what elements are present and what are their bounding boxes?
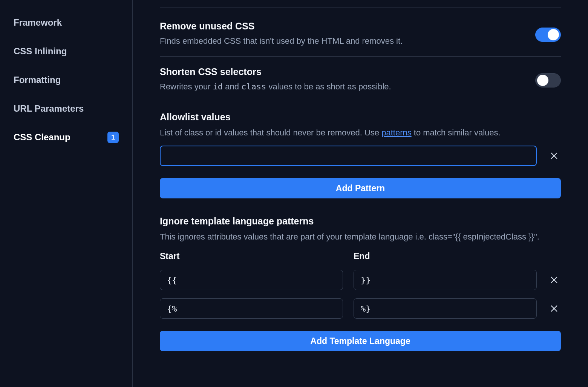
section-description: List of class or id values that should n… [160,126,561,139]
add-pattern-button[interactable]: Add Pattern [160,178,561,198]
section-allowlist: Allowlist values List of class or id val… [160,112,561,198]
sidebar-item-label: URL Parameters [14,103,84,114]
sidebar-list: Framework CSS Inlining Formatting URL Pa… [14,11,119,149]
template-end-input[interactable] [354,270,537,290]
section-title: Ignore template language patterns [160,216,561,227]
template-end-input[interactable] [354,298,537,319]
template-pattern-row [160,270,561,290]
allowlist-input[interactable] [160,146,537,166]
allowlist-input-row [160,146,561,166]
text-fragment: Rewrites your [160,82,213,91]
setting-title: Remove unused CSS [160,21,520,32]
text-fragment: List of class or id values that should n… [160,128,381,137]
template-start-input[interactable] [160,270,343,290]
patterns-link[interactable]: patterns [381,128,412,137]
section-description: This ignores attributes values that are … [160,230,561,243]
section-template-patterns: Ignore template language patterns This i… [160,216,561,351]
toggle-shorten-selectors[interactable] [535,73,561,88]
setting-text: Shorten CSS selectors Rewrites your id a… [160,66,520,93]
section-title: Allowlist values [160,112,561,123]
sidebar-item-label: Formatting [14,75,61,85]
setting-remove-unused-css: Remove unused CSS Finds embedded CSS tha… [160,18,561,49]
text-fragment: values to be as short as possible. [266,82,391,91]
code-class: class [241,82,266,91]
sidebar-item-css-inlining[interactable]: CSS Inlining [14,39,119,63]
sidebar-item-label: CSS Cleanup [14,132,70,143]
close-icon [550,152,558,160]
remove-allowlist-button[interactable] [547,149,561,163]
close-icon [550,304,558,313]
toggle-knob [537,75,548,86]
close-icon [550,276,558,284]
remove-template-row-button[interactable] [547,302,561,315]
start-column-label: Start [160,251,343,261]
divider [160,8,561,8]
sidebar-badge: 1 [107,132,119,143]
sidebar-item-formatting[interactable]: Formatting [14,68,119,92]
sidebar-item-framework[interactable]: Framework [14,11,119,35]
sidebar-item-url-parameters[interactable]: URL Parameters [14,97,119,121]
toggle-knob [548,29,559,40]
remove-template-row-button[interactable] [547,273,561,287]
sidebar-item-css-cleanup[interactable]: CSS Cleanup 1 [14,125,119,149]
setting-title: Shorten CSS selectors [160,66,520,77]
toggle-remove-unused-css[interactable] [535,28,561,42]
text-fragment: to match similar values. [412,128,501,137]
settings-panel: Remove unused CSS Finds embedded CSS tha… [133,0,588,387]
sidebar: Framework CSS Inlining Formatting URL Pa… [0,0,133,387]
template-columns-header: Start End [160,251,561,261]
setting-description: Rewrites your id and class values to be … [160,80,520,93]
template-start-input[interactable] [160,298,343,319]
setting-description: Finds embedded CSS that isn't used by th… [160,35,520,47]
sidebar-item-label: CSS Inlining [14,46,67,57]
code-id: id [213,82,223,91]
text-fragment: and [223,82,241,91]
template-pattern-row [160,298,561,319]
setting-text: Remove unused CSS Finds embedded CSS tha… [160,21,520,47]
setting-shorten-selectors: Shorten CSS selectors Rewrites your id a… [160,64,561,94]
divider [160,56,561,57]
add-template-language-button[interactable]: Add Template Language [160,331,561,351]
end-column-label: End [354,251,537,261]
sidebar-item-label: Framework [14,17,62,28]
